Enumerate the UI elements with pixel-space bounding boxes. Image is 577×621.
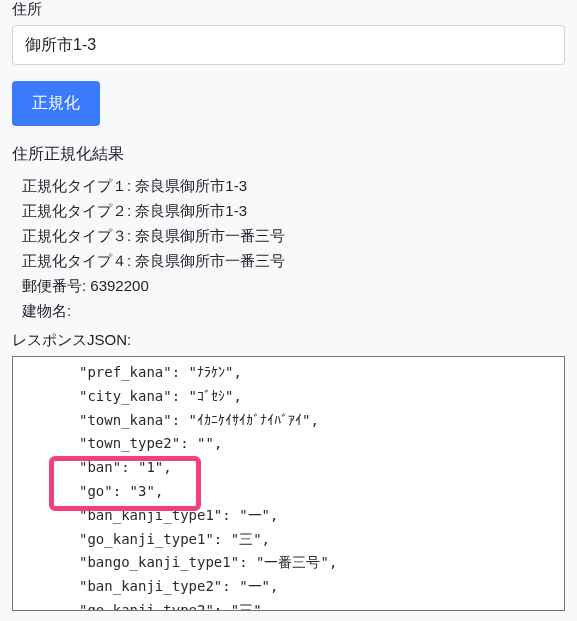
json-key: "go_kanji_type2"	[79, 602, 214, 611]
result-row: 正規化タイプ１: 奈良県御所市1-3	[22, 177, 565, 196]
json-value: "一"	[239, 578, 270, 594]
json-line: "town_type2": "",	[13, 432, 564, 456]
json-value: "3"	[130, 483, 155, 499]
result-value: 奈良県御所市一番三号	[135, 227, 285, 244]
result-row: 建物名:	[22, 302, 565, 321]
json-value: "ﾅﾗｹﾝ"	[189, 364, 234, 380]
json-value: "ｲｶﾆｹｲｻｲｶﾞﾅｲﾊﾞｱｲ"	[189, 412, 311, 428]
json-value: "一番三号"	[256, 554, 329, 570]
json-line: "bango_kanji_type1": "一番三号",	[13, 551, 564, 575]
results-title: 住所正規化結果	[12, 144, 565, 165]
json-key: "bango_kanji_type1"	[79, 554, 239, 570]
normalize-button[interactable]: 正規化	[12, 81, 100, 126]
json-line: "city_kana": "ｺﾞｾｼ",	[13, 385, 564, 409]
json-key: "ban"	[79, 459, 121, 475]
result-row: 正規化タイプ３: 奈良県御所市一番三号	[22, 227, 565, 246]
result-value: 奈良県御所市1-3	[135, 177, 247, 194]
result-row: 郵便番号: 6392200	[22, 277, 565, 296]
json-value: "三"	[231, 531, 262, 547]
json-key: "ban_kanji_type1"	[79, 507, 222, 523]
json-line: "go": "3",	[13, 480, 564, 504]
json-key: "city_kana"	[79, 388, 172, 404]
json-line: "pref_kana": "ﾅﾗｹﾝ",	[13, 361, 564, 385]
json-line: "go_kanji_type1": "三",	[13, 528, 564, 552]
json-key: "town_type2"	[79, 435, 180, 451]
json-key: "ban_kanji_type2"	[79, 578, 222, 594]
json-line: "town_kana": "ｲｶﾆｹｲｻｲｶﾞﾅｲﾊﾞｱｲ",	[13, 409, 564, 433]
result-value: 6392200	[90, 277, 148, 294]
result-label: 郵便番号:	[22, 277, 90, 294]
address-label: 住所	[12, 0, 565, 19]
result-label: 正規化タイプ３:	[22, 227, 135, 244]
result-value: 奈良県御所市一番三号	[135, 252, 285, 269]
json-line: "ban_kanji_type2": "一",	[13, 575, 564, 599]
json-value: ""	[197, 435, 214, 451]
result-label: 正規化タイプ２:	[22, 202, 135, 219]
result-label: 正規化タイプ４:	[22, 252, 135, 269]
address-input[interactable]	[12, 25, 565, 65]
json-line: "go_kanji_type2": "三",	[13, 599, 564, 611]
json-line: "ban": "1",	[13, 456, 564, 480]
json-value: "三"	[231, 602, 262, 611]
json-value: "1"	[138, 459, 163, 475]
result-value: 奈良県御所市1-3	[135, 202, 247, 219]
json-value: "ｺﾞｾｼ"	[189, 388, 234, 404]
json-key: "go_kanji_type1"	[79, 531, 214, 547]
result-label: 建物名:	[22, 302, 71, 319]
json-line: "ban_kanji_type1": "一",	[13, 504, 564, 528]
json-key: "go"	[79, 483, 113, 499]
json-title: レスポンスJSON:	[12, 331, 565, 350]
result-row: 正規化タイプ４: 奈良県御所市一番三号	[22, 252, 565, 271]
json-key: "town_kana"	[79, 412, 172, 428]
json-response-box[interactable]: "pref_kana": "ﾅﾗｹﾝ","city_kana": "ｺﾞｾｼ",…	[12, 356, 565, 611]
results-list: 正規化タイプ１: 奈良県御所市1-3 正規化タイプ２: 奈良県御所市1-3 正規…	[12, 177, 565, 321]
json-key: "pref_kana"	[79, 364, 172, 380]
result-label: 正規化タイプ１:	[22, 177, 135, 194]
json-value: "一"	[239, 507, 270, 523]
result-row: 正規化タイプ２: 奈良県御所市1-3	[22, 202, 565, 221]
